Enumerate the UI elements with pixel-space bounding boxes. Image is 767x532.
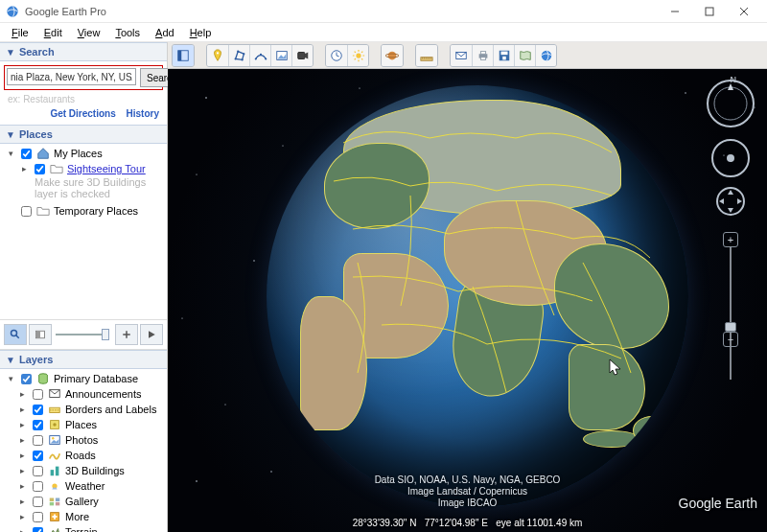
places-section-header[interactable]: ▼ Places	[0, 125, 167, 144]
checkbox[interactable]	[33, 420, 43, 430]
zoom-in-button[interactable]: +	[723, 232, 738, 247]
status-lat: 28°33'39.30" N	[353, 518, 417, 528]
map-viewport[interactable]: N + − Data SIO, NOAA, U.S. Navy, NGA, GE…	[168, 69, 767, 532]
checkbox[interactable]	[33, 451, 43, 461]
planets-button[interactable]	[382, 45, 403, 66]
disclosure-icon[interactable]: ▸	[17, 527, 27, 532]
folder-icon	[50, 162, 63, 175]
layer-item-roads[interactable]: ▸Roads	[2, 448, 165, 463]
layer-item-terrain[interactable]: ▸Terrain	[2, 524, 165, 532]
disclosure-icon[interactable]: ▸	[17, 451, 27, 460]
window-close-button[interactable]	[727, 2, 761, 21]
menu-tools[interactable]: Tools	[107, 25, 148, 40]
get-directions-link[interactable]: Get Directions	[50, 108, 115, 119]
svg-line-58	[361, 51, 362, 52]
zoom-thumb[interactable]	[725, 322, 736, 332]
svg-point-75	[541, 50, 551, 60]
disclosure-icon[interactable]: ▸	[17, 466, 27, 475]
pan-joystick[interactable]	[715, 186, 746, 217]
opacity-slider[interactable]	[54, 329, 113, 340]
disclosure-icon[interactable]: ▸	[17, 512, 27, 521]
menu-edit[interactable]: Edit	[36, 25, 70, 40]
disclosure-icon[interactable]: ▾	[6, 374, 15, 383]
email-button[interactable]	[451, 45, 472, 66]
places-sightseeing-tour[interactable]: ▸ Sightseeing Tour	[2, 161, 165, 176]
svg-point-40	[254, 58, 256, 59]
svg-point-37	[237, 50, 239, 52]
disclosure-icon[interactable]: ▸	[17, 497, 27, 506]
look-joystick[interactable]	[710, 138, 751, 178]
layer-item-gallery[interactable]: ▸Gallery	[2, 494, 165, 509]
layer-item-photos[interactable]: ▸Photos	[2, 432, 165, 448]
places-opacity-button[interactable]	[29, 324, 52, 345]
historical-imagery-button[interactable]	[326, 45, 347, 66]
layer-item-places[interactable]: ▸Places	[2, 417, 165, 432]
disclosure-icon[interactable]: ▸	[17, 481, 27, 491]
zoom-slider[interactable]: + −	[723, 232, 738, 347]
svg-point-59	[388, 51, 397, 59]
checkbox[interactable]	[33, 527, 43, 533]
checkbox[interactable]	[33, 466, 43, 476]
places-toolbar	[0, 319, 167, 350]
places-temporary[interactable]: Temporary Places	[2, 203, 165, 219]
checkbox[interactable]	[21, 206, 32, 217]
add-polygon-button[interactable]	[228, 45, 249, 66]
toggle-sidebar-button[interactable]	[173, 45, 194, 66]
add-places-button[interactable]	[115, 324, 138, 345]
checkbox[interactable]	[21, 374, 32, 384]
search-section-header[interactable]: ▼ Search	[0, 42, 167, 61]
window-minimize-button[interactable]	[658, 2, 692, 21]
menu-file[interactable]: File	[4, 25, 36, 40]
places-my-places[interactable]: ▾ My Places	[2, 146, 165, 161]
svg-rect-27	[56, 502, 59, 506]
add-path-button[interactable]	[249, 45, 270, 66]
layers-root[interactable]: ▾ Primary Database	[2, 371, 165, 386]
play-tour-button[interactable]	[140, 324, 163, 345]
disclosure-icon[interactable]: ▸	[19, 164, 29, 173]
layer-item-weather[interactable]: ▸Weather	[2, 478, 165, 494]
layer-item-borders-and-labels[interactable]: ▸Borders and Labels	[2, 402, 165, 417]
window-maximize-button[interactable]	[692, 2, 727, 21]
view-in-maps-button[interactable]	[514, 45, 535, 66]
layer-item-more[interactable]: ▸More	[2, 509, 165, 524]
layer-item-announcements[interactable]: ▸Announcements	[2, 386, 165, 402]
disclosure-icon[interactable]: ▾	[6, 149, 15, 158]
menu-add[interactable]: Add	[148, 25, 182, 40]
share-button[interactable]	[535, 45, 556, 66]
menu-help[interactable]: Help	[182, 25, 220, 40]
ruler-button[interactable]	[416, 45, 437, 66]
checkbox[interactable]	[35, 164, 45, 174]
disclosure-icon[interactable]: ▸	[17, 435, 27, 445]
checkbox[interactable]	[33, 497, 43, 507]
disclosure-icon[interactable]: ▸	[17, 420, 27, 429]
look-compass[interactable]	[706, 79, 755, 128]
places-search-button[interactable]	[4, 324, 27, 345]
layer-label: Borders and Labels	[63, 404, 156, 415]
layers-section-header[interactable]: ▼ Layers	[0, 350, 167, 369]
checkbox[interactable]	[33, 481, 43, 492]
add-placemark-button[interactable]	[207, 45, 228, 66]
history-link[interactable]: History	[127, 108, 159, 119]
svg-rect-2	[706, 8, 713, 15]
checkbox[interactable]	[33, 405, 43, 415]
checkbox[interactable]	[21, 149, 32, 159]
record-tour-button[interactable]	[291, 45, 313, 66]
checkbox[interactable]	[33, 512, 43, 522]
svg-marker-46	[304, 52, 308, 58]
sunlight-button[interactable]	[347, 45, 368, 66]
disclosure-icon[interactable]: ▸	[17, 389, 27, 399]
status-eye-alt: eye alt 11001.49 km	[496, 518, 582, 528]
disclosure-icon[interactable]: ▸	[17, 405, 27, 414]
layer-item-3d-buildings[interactable]: ▸3D Buildings	[2, 463, 165, 478]
zoom-out-button[interactable]: −	[723, 332, 738, 347]
search-input[interactable]	[7, 68, 136, 85]
svg-point-77	[282, 145, 283, 146]
print-button[interactable]	[472, 45, 493, 66]
checkbox[interactable]	[33, 389, 43, 400]
menu-view[interactable]: View	[70, 25, 108, 40]
checkbox[interactable]	[33, 435, 43, 446]
add-image-overlay-button[interactable]	[270, 45, 291, 66]
titlebar: Google Earth Pro	[0, 0, 767, 23]
svg-rect-71	[480, 57, 485, 59]
save-image-button[interactable]	[493, 45, 514, 66]
